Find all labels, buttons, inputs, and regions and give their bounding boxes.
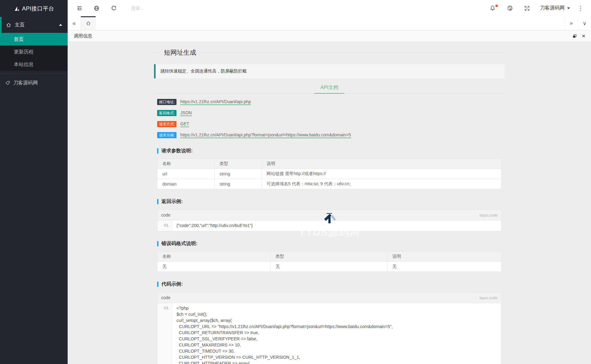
code-line: CURLOPT_HTTP_VERSION => CURL_HTTP_VERSIO… <box>177 354 501 360</box>
refresh-icon <box>111 6 117 11</box>
code-block-header: code layui.code <box>157 210 501 221</box>
format-link[interactable]: JSON <box>180 110 192 116</box>
cell-desc: 可选择域名5 代表：mtw.so; 9 代表：u6v.cn; <box>262 179 502 189</box>
more-options-button[interactable]: ⋮ <box>574 0 587 16</box>
search-input[interactable] <box>130 5 224 11</box>
tab-home[interactable] <box>81 16 96 30</box>
api-fields: 接口地址: https://v1.21lhz.cn/API/Duanl/api.… <box>154 99 505 139</box>
field-row-method: 请求方式: GET <box>157 121 502 127</box>
username: 刀客源码网 <box>540 5 565 11</box>
notification-dot <box>495 5 498 7</box>
code-block-title: code <box>161 295 170 300</box>
request-example-link[interactable]: https://v1.21lhz.cn/API/Duanl/api.php?fo… <box>180 132 351 138</box>
code-block-header: code layui.code <box>157 292 501 303</box>
code-line: CURLOPT_HTTPHEADER => array( <box>177 360 501 364</box>
cell-type: 无 <box>271 262 387 272</box>
top-header: 刀客源码网 ⋮ <box>68 0 591 16</box>
tabs-scroll-right-button[interactable]: » <box>565 16 578 30</box>
param-table-header-row: 名称 类型 说明 <box>157 159 502 169</box>
col-header-type: 类型 <box>271 252 387 262</box>
return-example-code-block: code layui.code 01. {"code":200,"url":"h… <box>157 209 502 231</box>
endpoint-link[interactable]: https://v1.21lhz.cn/API/Duanl/api.php <box>180 99 251 105</box>
code-line: CURLOPT_SSL_VERIFYPEER => false, <box>177 336 501 342</box>
tab-api-doc[interactable]: API文档 <box>314 82 344 94</box>
tab-bar: « » ∨ <box>68 16 591 30</box>
chevron-up-icon <box>59 24 62 26</box>
tag-icon <box>5 80 10 85</box>
field-badge: 返回格式: <box>157 110 177 116</box>
sidebar-item-label: 刀客源码网 <box>13 80 38 86</box>
cell-name: domian <box>157 179 215 189</box>
close-panel-button[interactable]: × <box>582 33 585 39</box>
cell-type: string <box>215 179 262 189</box>
code-line: CURLOPT_RETURNTRANSFER => true, <box>177 330 501 336</box>
cell-name: url <box>157 169 215 179</box>
palette-icon <box>507 5 513 11</box>
sidebar-item-siteinfo[interactable]: 本站信息 <box>0 58 68 71</box>
cell-desc: 无 <box>387 262 502 272</box>
page-title: 短网址生成 <box>160 48 200 57</box>
sidebar-item-daoke[interactable]: 刀客源码网 <box>0 76 68 89</box>
line-number: 01. <box>157 221 172 231</box>
col-header-name: 名称 <box>157 159 215 169</box>
active-group-accent <box>0 17 2 33</box>
panel-actions: × <box>572 33 585 39</box>
panel-header: 调用信息 × <box>68 30 591 42</box>
col-header-type: 类型 <box>215 159 262 169</box>
main-area: 刀客源码网 ⋮ « » ∨ 调用信息 × <box>68 0 591 364</box>
table-row: 无 无 无 <box>157 262 502 272</box>
refresh-button[interactable] <box>105 0 122 16</box>
content: 短网址生成 跳转快速稳定、全国连通性高，防屏蔽防拦截 API文档 接口地址: h… <box>154 52 505 364</box>
fullscreen-button[interactable] <box>518 0 536 16</box>
theme-button[interactable] <box>501 0 518 16</box>
topbar-right: 刀客源码网 ⋮ <box>484 0 591 16</box>
error-table-body: 无 无 无 <box>157 262 502 272</box>
cell-type: string <box>215 169 262 179</box>
line-number: 01. <box>157 303 172 364</box>
field-badge: 接口地址: <box>157 99 177 105</box>
shrink-menu-icon <box>77 6 82 11</box>
cell-name: 无 <box>157 262 271 272</box>
collapse-sidebar-button[interactable] <box>71 0 88 16</box>
sidebar-divider <box>0 73 68 74</box>
sidebar-group-label: 主页 <box>15 22 25 28</box>
sidebar-group-home[interactable]: 主页 <box>0 17 68 33</box>
code-block-body: 01. <?php$ch = curl_init();curl_setopt_a… <box>157 303 501 364</box>
code-line: CURLOPT_URL => "https://v1.21lhz.cn/API/… <box>177 323 501 330</box>
code-line: CURLOPT_TIMEOUT => 30, <box>177 348 501 354</box>
site-home-button[interactable] <box>88 0 105 16</box>
section-title-return-example: 返回示例: <box>157 198 502 205</box>
user-menu[interactable]: 刀客源码网 <box>536 0 574 16</box>
tabs-menu-button[interactable]: ∨ <box>578 16 591 30</box>
notifications-button[interactable] <box>484 0 501 16</box>
caret-down-icon <box>567 7 570 9</box>
sidebar-item-changelog[interactable]: 更新历程 <box>0 45 68 58</box>
col-header-desc: 说明 <box>387 252 502 262</box>
code-line: CURLOPT_MAXREDIRS => 10, <box>177 342 501 348</box>
field-row-endpoint: 接口地址: https://v1.21lhz.cn/API/Duanl/api.… <box>157 99 502 105</box>
param-table: 名称 类型 说明 url string 网站链接 需带http://或者http… <box>157 159 502 189</box>
page-body: 短网址生成 跳转快速稳定、全国连通性高，防屏蔽防拦截 API文档 接口地址: h… <box>68 42 591 364</box>
col-header-name: 名称 <box>157 252 271 262</box>
sidebar: API接口平台 主页 首页 更新历程 本站信息 刀客源码网 <box>0 0 68 364</box>
tabs-scroll-left-button[interactable]: « <box>68 16 81 30</box>
fullscreen-icon <box>524 6 530 11</box>
page-title-rule: 短网址生成 <box>154 52 505 53</box>
error-table-header-row: 名称 类型 说明 <box>157 252 502 262</box>
code-block-title: code <box>161 213 170 217</box>
section-title-params: 请求参数说明: <box>157 148 502 154</box>
sidebar-submenu: 首页 更新历程 本站信息 <box>0 33 68 71</box>
sidebar-item-index[interactable]: 首页 <box>0 33 68 45</box>
code-line: {"code":200,"url":"http://u6v.cn/6uEYo1"… <box>177 222 501 229</box>
sidebar-nav: 主页 首页 更新历程 本站信息 刀客源码网 <box>0 17 68 89</box>
home-tab-icon <box>86 21 91 26</box>
method-link[interactable]: GET <box>180 121 189 127</box>
maximize-panel-button[interactable] <box>572 34 577 38</box>
tab-bar-right: » ∨ <box>565 16 591 30</box>
code-line: $ch = curl_init(); <box>177 311 501 317</box>
layui-code-brand[interactable]: layui.code <box>479 213 498 217</box>
code-line: <?php <box>177 305 501 311</box>
col-header-desc: 说明 <box>262 159 502 169</box>
layui-code-brand[interactable]: layui.code <box>479 296 498 300</box>
home-icon <box>6 22 11 28</box>
